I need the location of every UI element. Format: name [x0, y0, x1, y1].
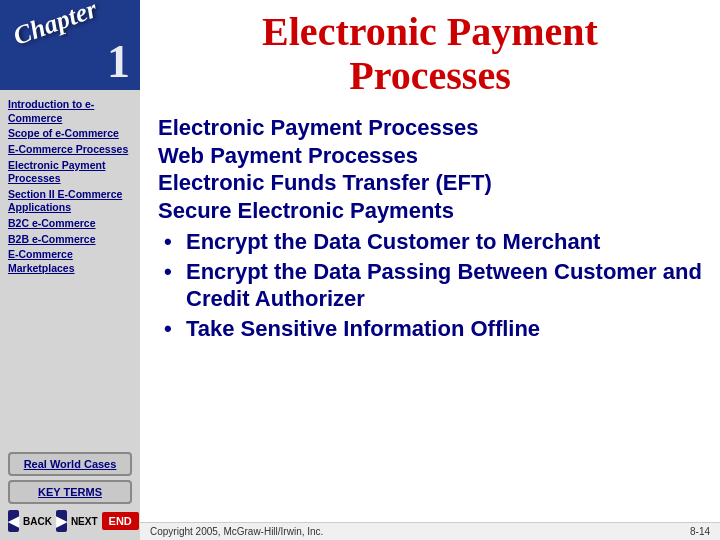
main-footer: Copyright 2005, McGraw-Hill/Irwin, Inc. … — [140, 522, 720, 540]
nav-item-electronic[interactable]: Electronic Payment Processes — [8, 159, 132, 186]
body-line-1: Web Payment Processes — [158, 142, 702, 170]
bullet-item-0: Encrypt the Data Customer to Merchant — [158, 228, 702, 256]
bullet-item-2: Take Sensitive Information Offline — [158, 315, 702, 343]
nav-item-section2[interactable]: Section II E-Commerce Applications — [8, 188, 132, 215]
title-line1: Electronic Payment — [262, 9, 598, 54]
nav-links: Introduction to e-Commerce Scope of e-Co… — [0, 90, 140, 446]
next-label: NEXT — [71, 516, 98, 527]
page-title: Electronic Payment Processes — [160, 10, 700, 98]
real-world-button[interactable]: Real World Cases — [8, 452, 132, 476]
body-line-2: Electronic Funds Transfer (EFT) — [158, 169, 702, 197]
chapter-graphic: Chapter 1 — [0, 0, 140, 90]
title-line2: Processes — [349, 53, 510, 98]
nav-item-b2b[interactable]: B2B e-Commerce — [8, 233, 132, 247]
nav-buttons: ◀ BACK ▶ NEXT END — [8, 510, 132, 532]
bullet-item-1: Encrypt the Data Passing Between Custome… — [158, 258, 702, 313]
sidebar: Chapter 1 Introduction to e-Commerce Sco… — [0, 0, 140, 540]
chapter-number: 1 — [107, 35, 130, 88]
nav-item-scope[interactable]: Scope of e-Commerce — [8, 127, 132, 141]
end-button[interactable]: END — [102, 512, 139, 530]
back-label: BACK — [23, 516, 52, 527]
body-line-3: Secure Electronic Payments — [158, 197, 702, 225]
main-body: Electronic Payment Processes Web Payment… — [140, 104, 720, 522]
body-line-0: Electronic Payment Processes — [158, 114, 702, 142]
title-area: Electronic Payment Processes — [140, 0, 720, 104]
nav-item-ecommerce[interactable]: E-Commerce Processes — [8, 143, 132, 157]
nav-item-b2c[interactable]: B2C e-Commerce — [8, 217, 132, 231]
next-button[interactable]: ▶ — [56, 510, 67, 532]
footer-page: 8-14 — [690, 526, 710, 537]
nav-item-marketplaces[interactable]: E-Commerce Marketplaces — [8, 248, 132, 275]
bullet-list: Encrypt the Data Customer to Merchant En… — [158, 228, 702, 342]
key-terms-button[interactable]: KEY TERMS — [8, 480, 132, 504]
sidebar-bottom: Real World Cases KEY TERMS ◀ BACK ▶ NEXT… — [0, 446, 140, 540]
footer-copyright: Copyright 2005, McGraw-Hill/Irwin, Inc. — [150, 526, 323, 537]
nav-item-intro[interactable]: Introduction to e-Commerce — [8, 98, 132, 125]
back-button[interactable]: ◀ — [8, 510, 19, 532]
main-content: Electronic Payment Processes Electronic … — [140, 0, 720, 540]
